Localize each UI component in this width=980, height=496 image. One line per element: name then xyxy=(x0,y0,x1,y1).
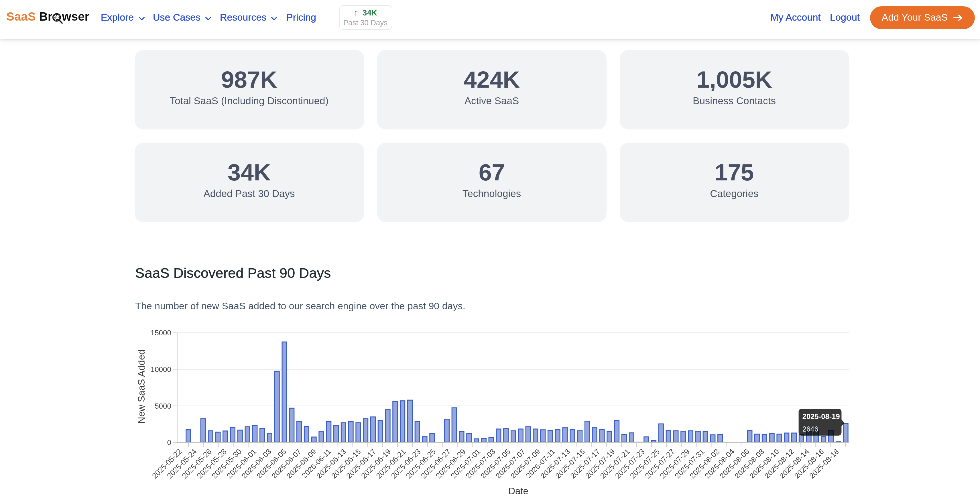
svg-text:2025-08-19: 2025-08-19 xyxy=(802,412,840,420)
svg-text:15000: 15000 xyxy=(151,329,171,337)
svg-text:New SaaS Added: New SaaS Added xyxy=(136,350,146,424)
svg-text:0: 0 xyxy=(167,438,171,447)
svg-text:Date: Date xyxy=(508,486,528,496)
svg-text:5000: 5000 xyxy=(154,402,171,410)
svg-text:10000: 10000 xyxy=(151,365,171,374)
svg-text:2646: 2646 xyxy=(802,425,818,433)
